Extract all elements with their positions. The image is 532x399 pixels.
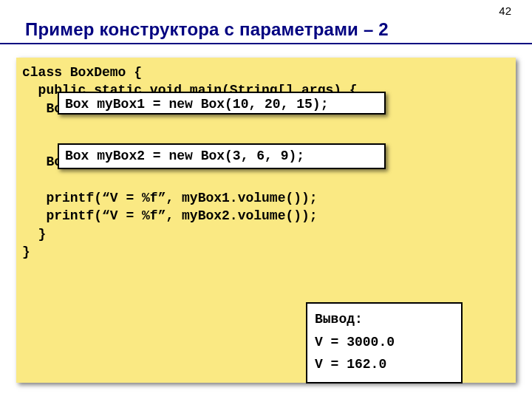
output-line-2: V = 162.0 <box>315 353 454 376</box>
slide-title: Пример конструктора с параметрами – 2 <box>25 19 389 40</box>
output-line-1: V = 3000.0 <box>315 331 454 354</box>
code-overlay-1: Box myBox1 = new Box(10, 20, 15); <box>58 92 386 115</box>
code-overlay-2: Box myBox2 = new Box(3, 6, 9); <box>58 143 386 169</box>
page-number: 42 <box>499 4 511 17</box>
output-box: Вывод: V = 3000.0 V = 162.0 <box>306 302 463 383</box>
output-label: Вывод: <box>315 308 454 331</box>
title-underline <box>0 43 532 44</box>
